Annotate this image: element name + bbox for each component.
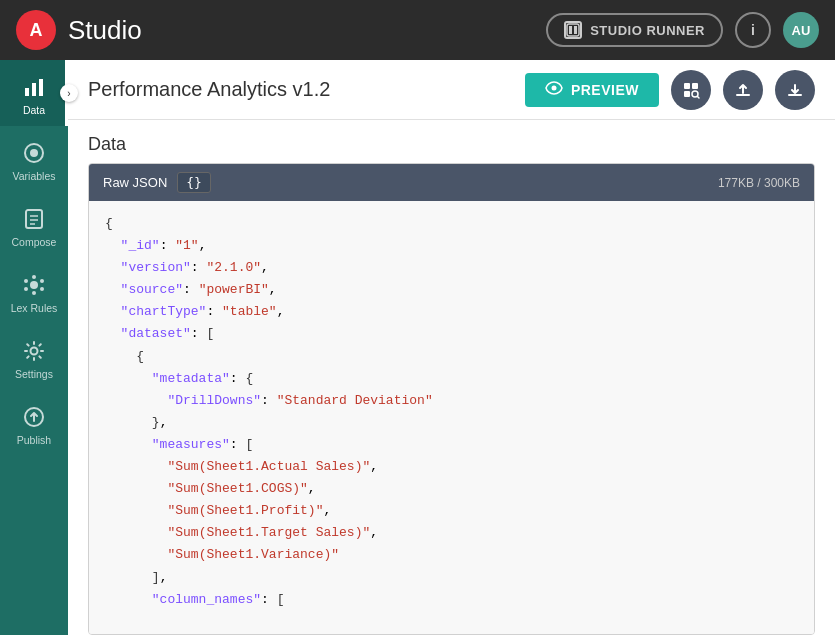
sub-header: Performance Analytics v1.2 PREVIEW	[68, 60, 835, 120]
section-heading: Data	[68, 120, 835, 163]
info-button[interactable]: i	[735, 12, 771, 48]
svg-point-19	[31, 348, 38, 355]
json-file-size: 177KB / 300KB	[718, 176, 800, 190]
data-icon	[21, 74, 47, 100]
download-button[interactable]	[775, 70, 815, 110]
studio-runner-icon	[564, 21, 582, 39]
svg-rect-3	[25, 88, 29, 96]
preview-button[interactable]: PREVIEW	[525, 73, 659, 107]
sidebar: › Data Variables	[0, 60, 68, 635]
sidebar-item-settings[interactable]: Settings	[0, 324, 68, 390]
lex-rules-icon	[21, 272, 47, 298]
json-tab-label: Raw JSON	[103, 175, 167, 190]
svg-point-7	[30, 149, 38, 157]
variables-icon	[21, 140, 47, 166]
sidebar-item-compose[interactable]: Compose	[0, 192, 68, 258]
sidebar-label-compose: Compose	[12, 236, 57, 248]
svg-rect-23	[692, 83, 698, 89]
svg-rect-1	[569, 26, 572, 34]
upload-button[interactable]	[723, 70, 763, 110]
sidebar-item-variables[interactable]: Variables	[0, 126, 68, 192]
svg-rect-8	[26, 210, 42, 228]
json-content[interactable]: { "_id": "1", "version": "2.1.0", "sourc…	[89, 201, 814, 634]
svg-rect-5	[39, 79, 43, 96]
svg-point-13	[32, 275, 36, 279]
settings-icon	[21, 338, 47, 364]
svg-point-16	[40, 279, 44, 283]
json-format-button[interactable]: {}	[177, 172, 211, 193]
svg-rect-2	[574, 26, 577, 34]
sidebar-label-variables: Variables	[13, 170, 56, 182]
page-title: Performance Analytics v1.2	[88, 78, 513, 101]
sidebar-collapse-button[interactable]: ›	[60, 84, 78, 102]
sidebar-item-data[interactable]: › Data	[0, 60, 68, 126]
json-panel: Raw JSON {} 177KB / 300KB { "_id": "1", …	[88, 163, 815, 635]
compose-icon	[21, 206, 47, 232]
sidebar-label-data: Data	[23, 104, 45, 116]
svg-point-21	[551, 85, 556, 90]
svg-point-12	[30, 281, 38, 289]
dashboard-button[interactable]	[671, 70, 711, 110]
sidebar-label-settings: Settings	[15, 368, 53, 380]
json-panel-header: Raw JSON {} 177KB / 300KB	[89, 164, 814, 201]
user-avatar[interactable]: AU	[783, 12, 819, 48]
app-title: Studio	[68, 15, 534, 46]
sidebar-item-publish[interactable]: Publish	[0, 390, 68, 456]
svg-point-15	[24, 279, 28, 283]
svg-rect-24	[684, 91, 690, 97]
publish-icon	[21, 404, 47, 430]
svg-point-14	[32, 291, 36, 295]
sidebar-label-publish: Publish	[17, 434, 51, 446]
svg-rect-0	[567, 24, 579, 36]
svg-rect-22	[684, 83, 690, 89]
svg-rect-4	[32, 83, 36, 96]
svg-point-18	[40, 287, 44, 291]
main-content: Performance Analytics v1.2 PREVIEW	[68, 60, 835, 635]
json-header-left: Raw JSON {}	[103, 172, 211, 193]
studio-runner-button[interactable]: STUDIO RUNNER	[546, 13, 723, 47]
svg-point-17	[24, 287, 28, 291]
app-logo[interactable]: A	[16, 10, 56, 50]
app-layout: › Data Variables	[0, 60, 835, 635]
top-bar: A Studio STUDIO RUNNER i AU	[0, 0, 835, 60]
sidebar-item-lex-rules[interactable]: Lex Rules	[0, 258, 68, 324]
svg-line-26	[698, 96, 700, 98]
preview-eye-icon	[545, 81, 563, 99]
sidebar-label-lex-rules: Lex Rules	[11, 302, 58, 314]
